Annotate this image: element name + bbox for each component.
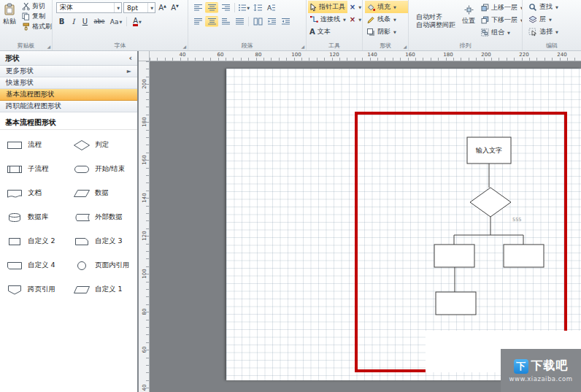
flowchart-bottom-box[interactable] bbox=[436, 292, 476, 315]
bring-forward-label: 上移一层 bbox=[491, 3, 517, 12]
ruler-number: 160 bbox=[142, 155, 147, 166]
vertical-ruler: 200 180 160 140 120 100 80 60 40 bbox=[139, 61, 150, 392]
stencil-shape-grid: 流程 判定 子流程 开始/结束 文档 数据 bbox=[0, 130, 137, 392]
connector-tool-button[interactable]: 连接线 ▼ bbox=[308, 13, 347, 26]
stencil-tab-basic-flowchart[interactable]: 基本流程图形状 bbox=[0, 89, 137, 101]
change-case-button[interactable]: Aa▼ bbox=[108, 16, 124, 27]
stencil-tab-cross-functional[interactable]: 跨职能流程图形状 bbox=[0, 101, 137, 112]
divider bbox=[234, 3, 235, 12]
shrink-font-button[interactable]: A▼ bbox=[169, 2, 180, 13]
font-color-button[interactable]: A▼ bbox=[129, 16, 145, 27]
text-direction-button[interactable]: A bbox=[265, 2, 278, 13]
position-button[interactable]: 位置 bbox=[459, 1, 478, 41]
align-top-button[interactable] bbox=[191, 16, 204, 27]
stencil-tab-label: 跨职能流程图形状 bbox=[6, 101, 61, 111]
text-tool-button[interactable]: A 文本 bbox=[308, 26, 347, 38]
align-center-button[interactable] bbox=[205, 2, 218, 13]
stencil-shape-custom-4[interactable]: 自定义 4 bbox=[1, 253, 69, 277]
font-dialog-launcher-icon[interactable]: ◢ bbox=[182, 45, 186, 49]
line-button[interactable]: 线条 ▼ bbox=[365, 13, 408, 26]
align-left-button[interactable] bbox=[191, 2, 204, 13]
font-size-combobox[interactable]: 8pt ▼ bbox=[123, 2, 155, 13]
quick-shapes-row[interactable]: 快速形状 bbox=[0, 77, 137, 89]
find-label: 查找 bbox=[539, 2, 553, 12]
stencil-shape-data[interactable]: 数据 bbox=[69, 181, 136, 205]
layers-button[interactable]: 层 ▼ bbox=[527, 13, 581, 26]
send-backward-button[interactable]: 下移一层 ▼ bbox=[480, 14, 522, 26]
paragraph-dialog-launcher-icon[interactable]: ◢ bbox=[301, 45, 304, 49]
stencil-shape-subprocess[interactable]: 子流程 bbox=[1, 157, 69, 181]
find-button[interactable]: 查找 ▼ bbox=[527, 1, 581, 13]
pointer-tool-button[interactable]: 指针工具 bbox=[308, 1, 347, 13]
more-shapes-row[interactable]: 更多形状 ► bbox=[0, 66, 137, 77]
connection-point-tool-button[interactable]: × ▼ bbox=[348, 1, 362, 13]
select-cursor-icon bbox=[528, 28, 537, 36]
ruler-corner bbox=[139, 51, 150, 61]
stencil-shape-external-data[interactable]: 外部数据 bbox=[69, 205, 136, 229]
stencil-shape-terminator[interactable]: 开始/结束 bbox=[69, 157, 136, 181]
collapse-panel-icon[interactable]: ‹ bbox=[128, 53, 132, 63]
copy-button[interactable]: 复制 bbox=[19, 11, 52, 21]
format-painter-button[interactable]: 格式刷 bbox=[19, 21, 52, 31]
horizontal-ruler: 40 60 80 100 120 140 160 180 200 220 240 bbox=[139, 51, 581, 61]
columns-button[interactable] bbox=[251, 16, 264, 27]
italic-button[interactable]: I bbox=[68, 16, 79, 27]
ribbon-group-shape: 填充 ▼ 线条 ▼ 阴影 ▼ 形状 ◢ bbox=[363, 0, 409, 50]
custom-4-shape-icon bbox=[6, 260, 24, 272]
paste-button[interactable]: 粘贴 bbox=[0, 0, 19, 41]
align-right-button[interactable] bbox=[219, 2, 232, 13]
chevron-down-icon: ▼ bbox=[358, 5, 361, 9]
xiazaiba-logo-icon: 下 bbox=[514, 359, 528, 374]
select-label: 选择 bbox=[539, 27, 553, 36]
flowchart-left-box[interactable] bbox=[434, 245, 474, 267]
stencil-shape-custom-2[interactable]: 自定义 2 bbox=[1, 229, 69, 253]
bold-button[interactable]: B bbox=[56, 16, 67, 27]
line-label: 线条 bbox=[377, 15, 390, 24]
align-middle-button[interactable] bbox=[205, 16, 218, 27]
shape-dialog-launcher-icon[interactable]: ◢ bbox=[403, 45, 407, 49]
auto-space-label: 自动调整间距 bbox=[416, 21, 455, 29]
strikethrough-button[interactable]: abe bbox=[91, 16, 107, 27]
stencil-shape-off-page-reference[interactable]: 跨页引用 bbox=[1, 277, 69, 301]
ruler-number: 140 bbox=[367, 52, 377, 58]
ruler-number: 200 bbox=[481, 52, 490, 58]
shapes-panel-header: 形状 ‹ bbox=[0, 51, 137, 66]
stencil-shape-label: 文档 bbox=[28, 188, 42, 198]
group-button[interactable]: 组合 ▼ bbox=[480, 26, 522, 39]
cut-button[interactable]: 剪切 bbox=[19, 1, 52, 11]
clipboard-dialog-launcher-icon[interactable]: ◢ bbox=[47, 45, 50, 49]
line-spacing-button[interactable] bbox=[251, 2, 264, 13]
drawing-area[interactable]: 输入文字 555 下 下载吧 bbox=[150, 61, 581, 392]
bullets-button[interactable]: ▼ bbox=[237, 2, 250, 13]
chevron-down-icon: ▼ bbox=[507, 31, 510, 35]
grow-font-button[interactable]: A▲ bbox=[157, 2, 168, 13]
format-painter-label: 格式刷 bbox=[32, 22, 52, 31]
flowchart-right-box[interactable] bbox=[504, 245, 544, 267]
connection-point-tool-button-2[interactable]: × ▼ bbox=[348, 13, 362, 26]
flowchart-decision-diamond[interactable] bbox=[470, 188, 511, 217]
increase-indent-button[interactable] bbox=[279, 16, 292, 27]
fill-button[interactable]: 填充 ▼ bbox=[365, 1, 408, 13]
stencil-shape-custom-1[interactable]: 自定义 1 bbox=[69, 277, 136, 301]
auto-align-space-button[interactable]: 自动对齐 自动调整间距 bbox=[411, 1, 458, 41]
stencil-shape-database[interactable]: 数据库 bbox=[1, 205, 69, 229]
align-bottom-button[interactable] bbox=[219, 16, 232, 27]
stencil-shape-custom-3[interactable]: 自定义 3 bbox=[69, 229, 136, 253]
ruler-number: 120 bbox=[329, 52, 339, 58]
font-family-combobox[interactable]: 宋体 ▼ bbox=[56, 2, 122, 13]
stencil-shape-document[interactable]: 文档 bbox=[1, 181, 69, 205]
stencil-shape-decision[interactable]: 判定 bbox=[69, 133, 136, 157]
chevron-down-icon: ▼ bbox=[139, 20, 142, 24]
stencil-shape-on-page-reference[interactable]: 页面内引用 bbox=[69, 253, 136, 277]
bring-forward-button[interactable]: 上移一层 ▼ bbox=[480, 1, 522, 14]
select-button[interactable]: 选择 ▼ bbox=[527, 26, 581, 38]
stencil-shape-process[interactable]: 流程 bbox=[1, 133, 69, 157]
shadow-button[interactable]: 阴影 ▼ bbox=[365, 26, 408, 38]
justify-button[interactable] bbox=[233, 16, 246, 27]
chevron-down-icon: ▼ bbox=[393, 18, 396, 22]
underline-button[interactable]: U bbox=[80, 16, 91, 27]
decrease-indent-button[interactable] bbox=[265, 16, 278, 27]
fill-bucket-icon bbox=[366, 3, 375, 12]
font-color-label: A bbox=[133, 18, 138, 26]
grow-font-label: A bbox=[158, 4, 163, 12]
